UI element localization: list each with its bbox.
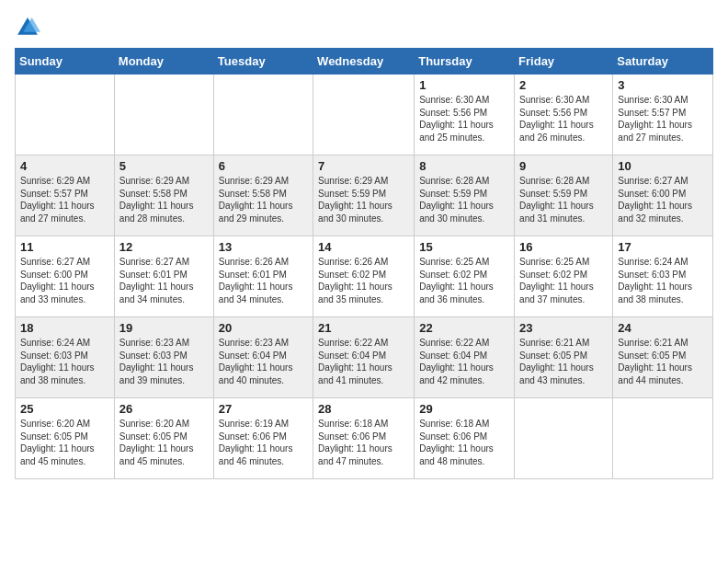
- calendar-cell: 3Sunrise: 6:30 AM Sunset: 5:57 PM Daylig…: [613, 75, 713, 155]
- day-number: 1: [419, 78, 509, 92]
- day-number: 13: [219, 240, 308, 254]
- day-number: 18: [20, 321, 109, 335]
- calendar-cell: [515, 398, 613, 479]
- calendar-cell: 25Sunrise: 6:20 AM Sunset: 6:05 PM Dayli…: [16, 398, 115, 479]
- day-number: 5: [119, 159, 209, 173]
- calendar-cell: 28Sunrise: 6:18 AM Sunset: 6:06 PM Dayli…: [313, 398, 415, 479]
- calendar-cell: 19Sunrise: 6:23 AM Sunset: 6:03 PM Dayli…: [114, 317, 213, 398]
- day-info: Sunrise: 6:22 AM Sunset: 6:04 PM Dayligh…: [318, 337, 409, 386]
- calendar-cell: 23Sunrise: 6:21 AM Sunset: 6:05 PM Dayli…: [515, 317, 613, 398]
- calendar-cell: 18Sunrise: 6:24 AM Sunset: 6:03 PM Dayli…: [16, 317, 115, 398]
- day-number: 22: [419, 321, 509, 335]
- day-number: 25: [20, 402, 109, 416]
- weekday-header-friday: Friday: [515, 49, 613, 75]
- day-info: Sunrise: 6:30 AM Sunset: 5:57 PM Dayligh…: [618, 94, 708, 144]
- day-number: 2: [519, 78, 608, 92]
- day-info: Sunrise: 6:21 AM Sunset: 6:05 PM Dayligh…: [618, 337, 708, 386]
- calendar-cell: [313, 75, 415, 155]
- day-number: 4: [20, 159, 109, 173]
- day-number: 27: [219, 402, 308, 416]
- day-number: 29: [419, 402, 509, 416]
- day-info: Sunrise: 6:18 AM Sunset: 6:06 PM Dayligh…: [419, 418, 509, 467]
- day-number: 16: [519, 240, 608, 254]
- day-info: Sunrise: 6:29 AM Sunset: 5:57 PM Dayligh…: [20, 175, 109, 224]
- weekday-header-tuesday: Tuesday: [213, 49, 313, 75]
- day-info: Sunrise: 6:28 AM Sunset: 5:59 PM Dayligh…: [519, 175, 608, 224]
- day-info: Sunrise: 6:27 AM Sunset: 6:01 PM Dayligh…: [119, 256, 209, 305]
- day-info: Sunrise: 6:29 AM Sunset: 5:58 PM Dayligh…: [119, 175, 209, 224]
- day-info: Sunrise: 6:27 AM Sunset: 6:00 PM Dayligh…: [618, 175, 708, 224]
- day-info: Sunrise: 6:18 AM Sunset: 6:06 PM Dayligh…: [318, 418, 409, 467]
- day-info: Sunrise: 6:30 AM Sunset: 5:56 PM Dayligh…: [519, 94, 608, 144]
- weekday-header-sunday: Sunday: [16, 49, 115, 75]
- calendar-cell: 17Sunrise: 6:24 AM Sunset: 6:03 PM Dayli…: [613, 236, 713, 317]
- day-number: 9: [519, 159, 608, 173]
- calendar-table: SundayMondayTuesdayWednesdayThursdayFrid…: [15, 48, 713, 479]
- calendar-cell: 5Sunrise: 6:29 AM Sunset: 5:58 PM Daylig…: [114, 155, 213, 236]
- day-info: Sunrise: 6:25 AM Sunset: 6:02 PM Dayligh…: [419, 256, 509, 305]
- day-number: 12: [119, 240, 209, 254]
- day-info: Sunrise: 6:29 AM Sunset: 5:59 PM Dayligh…: [318, 175, 409, 224]
- day-info: Sunrise: 6:22 AM Sunset: 6:04 PM Dayligh…: [419, 337, 509, 386]
- logo-icon: [15, 15, 40, 40]
- header: [15, 15, 713, 40]
- day-number: 21: [318, 321, 409, 335]
- day-info: Sunrise: 6:26 AM Sunset: 6:02 PM Dayligh…: [318, 256, 409, 305]
- day-info: Sunrise: 6:23 AM Sunset: 6:03 PM Dayligh…: [119, 337, 209, 386]
- day-info: Sunrise: 6:20 AM Sunset: 6:05 PM Dayligh…: [20, 418, 109, 467]
- calendar-cell: 29Sunrise: 6:18 AM Sunset: 6:06 PM Dayli…: [415, 398, 515, 479]
- day-number: 7: [318, 159, 409, 173]
- calendar-cell: [613, 398, 713, 479]
- calendar-cell: 21Sunrise: 6:22 AM Sunset: 6:04 PM Dayli…: [313, 317, 415, 398]
- day-info: Sunrise: 6:24 AM Sunset: 6:03 PM Dayligh…: [618, 256, 708, 305]
- calendar-cell: 20Sunrise: 6:23 AM Sunset: 6:04 PM Dayli…: [213, 317, 313, 398]
- calendar-cell: 12Sunrise: 6:27 AM Sunset: 6:01 PM Dayli…: [114, 236, 213, 317]
- calendar-cell: 13Sunrise: 6:26 AM Sunset: 6:01 PM Dayli…: [213, 236, 313, 317]
- day-info: Sunrise: 6:26 AM Sunset: 6:01 PM Dayligh…: [219, 256, 308, 305]
- day-number: 23: [519, 321, 608, 335]
- weekday-header-thursday: Thursday: [415, 49, 515, 75]
- calendar-cell: 2Sunrise: 6:30 AM Sunset: 5:56 PM Daylig…: [515, 75, 613, 155]
- day-number: 17: [618, 240, 708, 254]
- calendar-cell: 7Sunrise: 6:29 AM Sunset: 5:59 PM Daylig…: [313, 155, 415, 236]
- day-number: 28: [318, 402, 409, 416]
- day-info: Sunrise: 6:28 AM Sunset: 5:59 PM Dayligh…: [419, 175, 509, 224]
- day-number: 20: [219, 321, 308, 335]
- calendar-cell: 6Sunrise: 6:29 AM Sunset: 5:58 PM Daylig…: [213, 155, 313, 236]
- calendar-cell: 16Sunrise: 6:25 AM Sunset: 6:02 PM Dayli…: [515, 236, 613, 317]
- day-number: 14: [318, 240, 409, 254]
- day-number: 3: [618, 78, 708, 92]
- day-info: Sunrise: 6:30 AM Sunset: 5:56 PM Dayligh…: [419, 94, 509, 144]
- day-info: Sunrise: 6:27 AM Sunset: 6:00 PM Dayligh…: [20, 256, 109, 305]
- calendar-cell: 10Sunrise: 6:27 AM Sunset: 6:00 PM Dayli…: [613, 155, 713, 236]
- day-info: Sunrise: 6:19 AM Sunset: 6:06 PM Dayligh…: [219, 418, 308, 467]
- calendar-cell: 1Sunrise: 6:30 AM Sunset: 5:56 PM Daylig…: [415, 75, 515, 155]
- day-number: 24: [618, 321, 708, 335]
- calendar-cell: 11Sunrise: 6:27 AM Sunset: 6:00 PM Dayli…: [16, 236, 115, 317]
- calendar-cell: 15Sunrise: 6:25 AM Sunset: 6:02 PM Dayli…: [415, 236, 515, 317]
- day-number: 19: [119, 321, 209, 335]
- calendar-cell: 22Sunrise: 6:22 AM Sunset: 6:04 PM Dayli…: [415, 317, 515, 398]
- day-info: Sunrise: 6:20 AM Sunset: 6:05 PM Dayligh…: [119, 418, 209, 467]
- calendar-cell: [213, 75, 313, 155]
- day-info: Sunrise: 6:29 AM Sunset: 5:58 PM Dayligh…: [219, 175, 308, 224]
- day-number: 8: [419, 159, 509, 173]
- calendar-cell: 14Sunrise: 6:26 AM Sunset: 6:02 PM Dayli…: [313, 236, 415, 317]
- day-number: 26: [119, 402, 209, 416]
- weekday-header-monday: Monday: [114, 49, 213, 75]
- day-info: Sunrise: 6:24 AM Sunset: 6:03 PM Dayligh…: [20, 337, 109, 386]
- weekday-header-wednesday: Wednesday: [313, 49, 415, 75]
- calendar-cell: 4Sunrise: 6:29 AM Sunset: 5:57 PM Daylig…: [16, 155, 115, 236]
- calendar-cell: 27Sunrise: 6:19 AM Sunset: 6:06 PM Dayli…: [213, 398, 313, 479]
- calendar-cell: 9Sunrise: 6:28 AM Sunset: 5:59 PM Daylig…: [515, 155, 613, 236]
- day-info: Sunrise: 6:23 AM Sunset: 6:04 PM Dayligh…: [219, 337, 308, 386]
- day-number: 10: [618, 159, 708, 173]
- day-info: Sunrise: 6:21 AM Sunset: 6:05 PM Dayligh…: [519, 337, 608, 386]
- calendar-cell: [16, 75, 115, 155]
- day-number: 6: [219, 159, 308, 173]
- day-number: 15: [419, 240, 509, 254]
- calendar-cell: [114, 75, 213, 155]
- calendar-cell: 26Sunrise: 6:20 AM Sunset: 6:05 PM Dayli…: [114, 398, 213, 479]
- day-info: Sunrise: 6:25 AM Sunset: 6:02 PM Dayligh…: [519, 256, 608, 305]
- calendar-cell: 24Sunrise: 6:21 AM Sunset: 6:05 PM Dayli…: [613, 317, 713, 398]
